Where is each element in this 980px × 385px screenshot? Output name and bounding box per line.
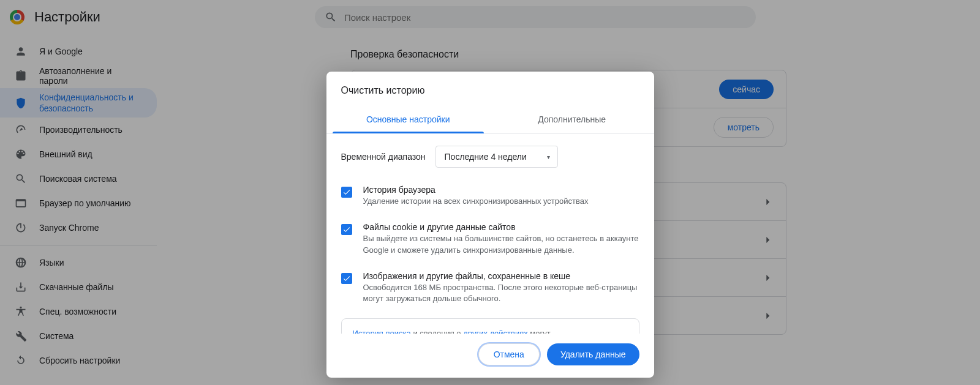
info-box: История поиска и сведения о других дейст…: [341, 318, 639, 334]
checkbox-cache[interactable]: [341, 273, 352, 284]
check-subtitle: Вы выйдете из системы на большинстве сай…: [363, 233, 639, 256]
dialog-body: Временной диапазон Последние 4 недели Ис…: [326, 133, 654, 334]
cancel-button[interactable]: Отмена: [478, 343, 540, 365]
clear-data-button[interactable]: Удалить данные: [547, 343, 639, 365]
dialog-title: Очистить историю: [326, 72, 654, 106]
check-title: Изображения и другие файлы, сохраненные …: [363, 271, 639, 281]
check-subtitle: Удаление истории на всех синхронизирован…: [363, 196, 589, 207]
info-text: и сведения о: [411, 329, 463, 334]
time-range-value: Последние 4 недели: [445, 152, 527, 162]
clear-history-dialog: Очистить историю Основные настройки Допо…: [326, 72, 654, 378]
check-title: История браузера: [363, 185, 589, 195]
check-row-cookies[interactable]: Файлы cookie и другие данные сайтов Вы в…: [341, 215, 639, 264]
time-range-row: Временной диапазон Последние 4 недели: [341, 136, 639, 178]
other-activity-link[interactable]: других действиях: [463, 329, 528, 334]
time-range-select[interactable]: Последние 4 недели: [435, 146, 558, 168]
modal-overlay: Очистить историю Основные настройки Допо…: [0, 0, 980, 385]
check-icon: [342, 225, 351, 234]
dialog-footer: Отмена Удалить данные: [326, 334, 654, 378]
search-history-link[interactable]: История поиска: [353, 329, 411, 334]
tab-basic[interactable]: Основные настройки: [326, 106, 491, 133]
check-subtitle: Освободится 168 МБ пространства. После э…: [363, 282, 639, 305]
check-row-cache[interactable]: Изображения и другие файлы, сохраненные …: [341, 264, 639, 313]
checkbox-browsing-history[interactable]: [341, 187, 352, 198]
tab-advanced[interactable]: Дополнительные: [490, 106, 654, 133]
check-row-browsing-history[interactable]: История браузера Удаление истории на все…: [341, 178, 639, 215]
dialog-tabs: Основные настройки Дополнительные: [326, 106, 654, 133]
check-icon: [342, 188, 351, 196]
info-text: могут: [528, 329, 551, 334]
check-icon: [342, 274, 351, 283]
checkbox-cookies[interactable]: [341, 224, 352, 235]
check-title: Файлы cookie и другие данные сайтов: [363, 222, 639, 232]
time-range-label: Временной диапазон: [341, 152, 426, 162]
